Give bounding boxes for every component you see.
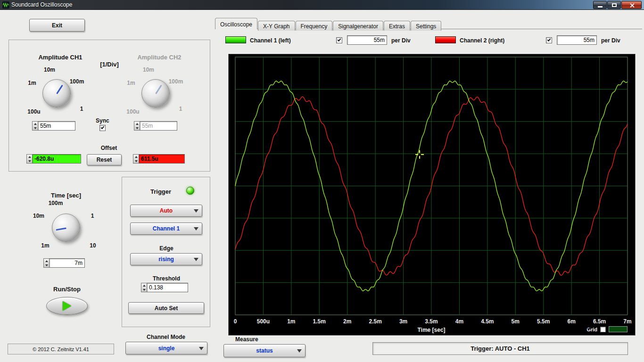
checkmark-icon xyxy=(101,125,105,129)
knob-tick-label: 10m xyxy=(44,66,55,73)
edge-label: Edge xyxy=(122,245,211,252)
spinner xyxy=(134,121,140,131)
knob-tick-label: 1m xyxy=(127,80,135,86)
ch2-per-div-label: per Div xyxy=(601,37,620,44)
tab-signalgenerator[interactable]: Signalgenerator xyxy=(333,21,383,31)
tab-settings[interactable]: Settings xyxy=(411,21,441,31)
knob-needle xyxy=(56,85,63,94)
trigger-mode-dropdown[interactable]: Auto xyxy=(130,205,202,217)
time-value-field[interactable]: 7m xyxy=(49,258,85,268)
knob-tick-label: 100m xyxy=(70,78,84,85)
spinner-up-button[interactable] xyxy=(134,122,140,126)
knob-tick-label: 1 xyxy=(80,106,83,112)
ch2-offset-field[interactable]: 611.5u xyxy=(139,154,185,164)
exit-button[interactable]: Exit xyxy=(29,19,85,32)
ch1-label: Channel 1 (left) xyxy=(250,37,291,44)
knob-tick-label: 100u xyxy=(126,108,139,115)
play-icon xyxy=(63,301,71,311)
ch2-offset-control: 611.5u xyxy=(133,154,185,164)
knob-tick-label: 1m xyxy=(28,80,36,86)
spinner-down-button[interactable] xyxy=(44,263,49,267)
spinner-up-button[interactable] xyxy=(141,283,147,288)
ch1-per-div-field[interactable]: 55m xyxy=(347,35,387,45)
amplitude-ch2-knob[interactable] xyxy=(141,79,170,107)
window-title: Soundcard Oszilloscope xyxy=(11,1,72,8)
knob-tick-label: 1 xyxy=(91,213,94,219)
spinner-up-button[interactable] xyxy=(44,259,49,263)
run-stop-label: Run/Stop xyxy=(47,286,87,293)
amplitude-ch1-knob[interactable] xyxy=(42,79,71,107)
ch2-enable-checkbox[interactable] xyxy=(546,37,552,43)
tab-oscilloscope[interactable]: Oscilloscope xyxy=(215,18,257,29)
close-button[interactable] xyxy=(621,1,642,9)
ch1-offset-field[interactable]: -620.8u xyxy=(32,154,81,164)
minimize-icon xyxy=(598,6,603,8)
time-knob[interactable] xyxy=(52,214,80,242)
knob-tick-label: 1 xyxy=(179,106,182,112)
spinner-up-button[interactable] xyxy=(27,155,32,159)
threshold-field[interactable]: 0.138 xyxy=(147,283,188,292)
ch2-per-div-field[interactable]: 55m xyxy=(557,35,597,45)
chevron-down-icon xyxy=(194,258,198,261)
threshold-label: Threshold xyxy=(122,275,211,282)
tab-frequency[interactable]: Frequency xyxy=(296,21,333,31)
scope-plot xyxy=(229,54,635,335)
grid-checkbox[interactable] xyxy=(600,327,606,332)
channel-mode-dropdown[interactable]: single xyxy=(125,342,207,354)
knob-tick-label: 10m xyxy=(33,213,44,219)
ch1-per-div-label: per Div xyxy=(391,37,411,44)
chevron-down-icon xyxy=(194,209,198,213)
trigger-source-value: Channel 1 xyxy=(153,225,180,232)
minimize-button[interactable] xyxy=(593,1,607,9)
measure-dropdown[interactable]: status xyxy=(223,344,305,357)
spinner xyxy=(43,258,49,268)
spinner-down-button[interactable] xyxy=(133,159,139,163)
spinner-up-button[interactable] xyxy=(133,155,139,159)
sync-checkbox[interactable] xyxy=(99,125,106,131)
trigger-group: Trigger Auto Channel 1 Edge rising Thres… xyxy=(122,177,210,327)
auto-set-button[interactable]: Auto Set xyxy=(128,302,204,314)
ch1-enable-checkbox[interactable] xyxy=(336,37,342,43)
trigger-led-indicator xyxy=(186,187,194,195)
knob-needle xyxy=(56,228,66,231)
offset-reset-button[interactable]: Reset xyxy=(87,154,122,165)
trigger-source-dropdown[interactable]: Channel 1 xyxy=(130,222,202,235)
spinner xyxy=(32,121,38,131)
trigger-status-bar: Trigger: AUTO - CH1 xyxy=(372,342,628,355)
chevron-down-icon xyxy=(199,347,204,350)
per-div-unit-label: [1/Div] xyxy=(96,61,123,68)
tab-extras[interactable]: Extras xyxy=(384,21,410,31)
knob-needle xyxy=(155,85,162,94)
checkmark-icon xyxy=(547,38,551,41)
ch1-color-swatch xyxy=(225,36,246,43)
spinner-down-button[interactable] xyxy=(141,288,147,292)
trigger-edge-dropdown[interactable]: rising xyxy=(130,253,202,265)
app-icon xyxy=(2,1,9,8)
knob-tick-label: 100u xyxy=(27,108,40,115)
title-bar[interactable]: Soundcard Oszilloscope xyxy=(0,0,644,10)
tab-x-y-graph[interactable]: X-Y Graph xyxy=(258,21,295,31)
ch2-label: Channel 2 (right) xyxy=(460,37,504,44)
x-axis-label: Time [sec] xyxy=(417,327,445,333)
amplitude-ch2-knob-area: 10m 1m 100m 100u 1 xyxy=(125,65,191,126)
time-knob-area: 100m 10m 1 1m 10 xyxy=(33,200,99,262)
caption-buttons xyxy=(593,1,642,9)
trigger-edge-value: rising xyxy=(158,256,174,263)
ch1-amplitude-control: 55m xyxy=(32,121,75,131)
ch1-amplitude-field[interactable]: 55m xyxy=(38,121,75,131)
app-window: Soundcard Oszilloscope Exit Amplitude CH… xyxy=(0,0,644,362)
spinner-up-button[interactable] xyxy=(33,122,38,126)
time-title: Time [sec] xyxy=(40,192,92,199)
spinner-down-button[interactable] xyxy=(27,159,32,163)
grid-controls: Grid xyxy=(586,326,627,332)
ch2-amplitude-field[interactable]: 55m xyxy=(140,121,177,131)
maximize-button[interactable] xyxy=(607,1,621,9)
spinner-down-button[interactable] xyxy=(33,126,38,130)
oscilloscope-display[interactable]: 0500u1m1.5m2m2.5m3m3.5m4m4.5m5m5.5m6m6.5… xyxy=(228,54,636,336)
knob-tick-label: 10m xyxy=(143,66,154,73)
spinner-down-button[interactable] xyxy=(134,126,140,130)
knob-tick-label: 10 xyxy=(90,242,96,249)
checkmark-icon xyxy=(338,38,341,41)
measure-value: status xyxy=(256,347,272,354)
run-stop-button[interactable] xyxy=(46,297,88,315)
